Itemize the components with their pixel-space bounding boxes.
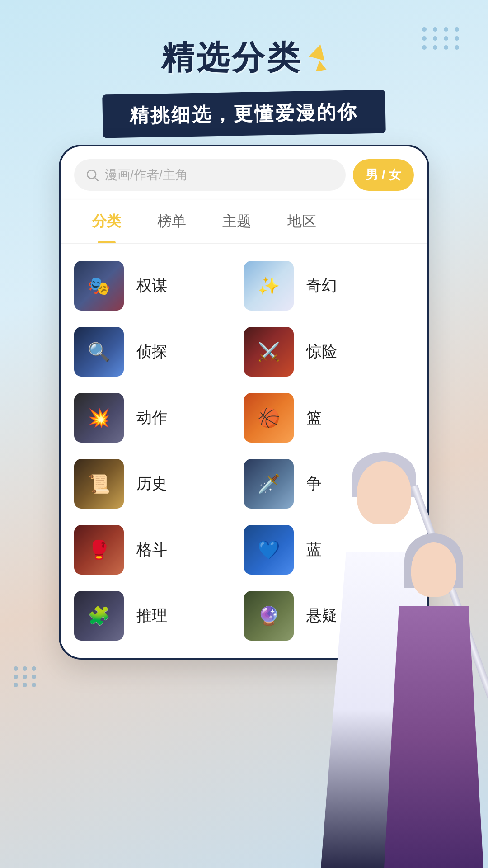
category-item-gedou[interactable]: 🥊 格斗 [74,525,244,575]
category-item-tuili[interactable]: 🧩 推理 [74,591,244,641]
dot [14,675,18,679]
category-label-zhan: 争 [306,473,322,494]
category-label-tuili: 推理 [136,605,167,626]
category-thumb-xuanyi: 🔮 [244,591,294,641]
dot [444,45,448,50]
category-item-qihuan[interactable]: ✨ 奇幻 [244,261,414,311]
thumb-inner: 🎭 [74,261,124,311]
tab-ranking[interactable]: 榜单 [139,200,204,243]
thumb-inner: 🧩 [74,591,124,641]
dot [422,45,427,50]
title-decoration [310,44,327,71]
tabs-row: 分类 榜单 主题 地区 [61,200,427,244]
category-row-1: 🎭 权谋 ✨ 奇幻 [61,253,427,319]
thumb-inner: 🗡️ [244,459,294,509]
dot [422,27,427,32]
title-row: 精选分类 [0,36,488,80]
dot [23,675,27,679]
page-title: 精选分类 [161,36,302,80]
category-row-3: 💥 动作 🏀 篮 [61,385,427,451]
svg-line-1 [95,178,98,181]
tab-theme[interactable]: 主题 [204,200,269,243]
tab-category[interactable]: 分类 [74,200,139,243]
tab-region[interactable]: 地区 [269,200,334,243]
category-label-gedou: 格斗 [136,539,167,560]
subtitle-banner: 精挑细选，更懂爱漫的你 [102,90,386,138]
category-item-quanmou[interactable]: 🎭 权谋 [74,261,244,311]
category-label-blue: 蓝 [306,539,322,560]
category-item-xuanyi[interactable]: 🔮 悬疑 [244,591,414,641]
triangle-icon-1 [309,42,328,61]
svg-point-0 [87,170,96,179]
search-placeholder: 漫画/作者/主角 [105,166,188,184]
category-label-dongzuo: 动作 [136,407,167,428]
thumb-inner: ⚔️ [244,327,294,377]
category-item-lanqiu[interactable]: 🏀 篮 [244,393,414,443]
category-thumb-zhan: 🗡️ [244,459,294,509]
category-label-lanqiu: 篮 [306,407,322,428]
dot [32,666,36,671]
category-label-xuanyi: 悬疑 [306,605,337,626]
category-row-6: 🧩 推理 🔮 悬疑 [61,583,427,649]
dot [444,36,448,41]
dot [32,675,36,679]
category-label-jingxian: 惊险 [306,341,337,362]
category-item-jingxian[interactable]: ⚔️ 惊险 [244,327,414,377]
category-thumb-tuili: 🧩 [74,591,124,641]
category-thumb-qihuan: ✨ [244,261,294,311]
dot [433,36,437,41]
category-item-dongzuo[interactable]: 💥 动作 [74,393,244,443]
dot [455,36,459,41]
search-input-wrap[interactable]: 漫画/作者/主角 [74,159,346,191]
category-item-zhan[interactable]: 🗡️ 争 [244,459,414,509]
category-thumb-blue: 💙 [244,525,294,575]
thumb-inner: 📜 [74,459,124,509]
dot [23,666,27,671]
category-item-blue[interactable]: 💙 蓝 [244,525,414,575]
search-bar: 漫画/作者/主角 男 / 女 [61,146,427,200]
category-item-zhentan[interactable]: 🔍 侦探 [74,327,244,377]
thumb-inner: 🏀 [244,393,294,443]
thumb-inner: 💥 [74,393,124,443]
dots-decoration-bottom [14,666,37,687]
category-thumb-gedou: 🥊 [74,525,124,575]
dot [32,683,36,687]
thumb-inner: 💙 [244,525,294,575]
category-thumb-dongzuo: 💥 [74,393,124,443]
category-label-lishi: 历史 [136,473,167,494]
category-label-quanmou: 权谋 [136,275,167,296]
category-thumb-lanqiu: 🏀 [244,393,294,443]
category-thumb-quanmou: 🎭 [74,261,124,311]
category-thumb-jingxian: ⚔️ [244,327,294,377]
dot [455,45,459,50]
thumb-inner: 🔍 [74,327,124,377]
category-thumb-zhentan: 🔍 [74,327,124,377]
search-icon [85,168,99,182]
category-list: 🎭 权谋 ✨ 奇幻 🔍 侦探 ⚔️ [61,244,427,658]
gender-toggle-button[interactable]: 男 / 女 [353,159,414,191]
dot [444,27,448,32]
thumb-inner: 🥊 [74,525,124,575]
category-row-2: 🔍 侦探 ⚔️ 惊险 [61,319,427,385]
header-section: 精选分类 精挑细选，更懂爱漫的你 [0,0,488,163]
thumb-inner: 🔮 [244,591,294,641]
dot [14,666,18,671]
category-item-lishi[interactable]: 📜 历史 [74,459,244,509]
category-row-4: 📜 历史 🗡️ 争 [61,451,427,517]
dot [433,45,437,50]
category-row-5: 🥊 格斗 💙 蓝 [61,517,427,583]
thumb-inner: ✨ [244,261,294,311]
phone-mockup: 漫画/作者/主角 男 / 女 分类 榜单 主题 地区 🎭 权谋 [59,145,429,660]
dots-decoration-top [422,27,461,50]
category-label-zhentan: 侦探 [136,341,167,362]
subtitle-text: 精挑细选，更懂爱漫的你 [130,101,359,127]
dot [14,683,18,687]
dot [433,27,437,32]
triangle-icon-2 [314,60,326,71]
dot [422,36,427,41]
dot [23,683,27,687]
dot [455,27,459,32]
category-thumb-lishi: 📜 [74,459,124,509]
category-label-qihuan: 奇幻 [306,275,337,296]
